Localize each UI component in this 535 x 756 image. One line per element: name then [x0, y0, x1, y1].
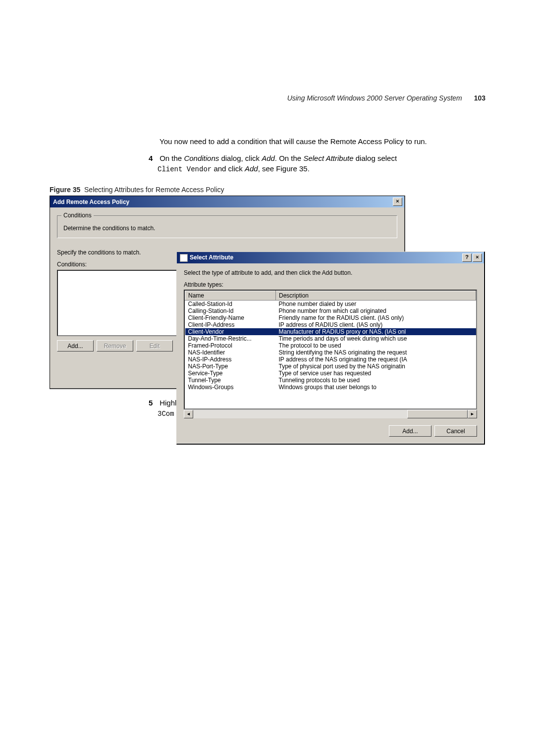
attr-name: Client-Vendor	[185, 328, 276, 335]
attr-name: Called-Station-Id	[185, 301, 276, 308]
edit-button: Edit	[136, 340, 173, 352]
step4-number: 4	[149, 153, 158, 163]
dialog1-titlebar[interactable]: Add Remote Access Policy ×	[50, 196, 404, 207]
cancel-button[interactable]: Cancel	[434, 425, 477, 437]
dialog2-titlebar[interactable]: Select Attribute ? ×	[177, 252, 484, 263]
attr-name: Client-IP-Address	[185, 321, 276, 328]
attribute-list[interactable]: Name Description Called-Station-IdPhone …	[184, 290, 477, 409]
attr-name: Tunnel-Type	[185, 377, 276, 384]
table-row[interactable]: Framed-ProtocolThe protocol to be used	[185, 342, 476, 349]
help-icon[interactable]: ?	[462, 253, 472, 262]
table-row[interactable]: Windows-GroupsWindows groups that user b…	[185, 384, 476, 391]
attr-desc: Type of physical port used by the NAS or…	[276, 363, 476, 370]
col-name[interactable]: Name	[185, 291, 276, 301]
dialog2-title: Select Attribute	[190, 254, 233, 261]
add-button[interactable]: Add...	[57, 340, 94, 352]
scroll-right-icon[interactable]: ►	[468, 410, 477, 418]
table-row[interactable]: Client-Friendly-NameFriendly name for th…	[185, 314, 476, 321]
attr-desc: Time periods and days of week during whi…	[276, 335, 476, 342]
attribute-types-label: Attribute types:	[184, 281, 477, 288]
table-row[interactable]: Day-And-Time-Restric...Time periods and …	[185, 335, 476, 342]
attribute-table: Name Description Called-Station-IdPhone …	[185, 291, 476, 391]
table-row[interactable]: Called-Station-IdPhone number dialed by …	[185, 301, 476, 308]
select-attribute-dialog: Select Attribute ? × Select the type of …	[176, 252, 485, 445]
app-icon	[180, 254, 188, 262]
dialog1-title: Add Remote Access Policy	[53, 199, 129, 205]
attr-name: NAS-Port-Type	[185, 363, 276, 370]
table-row[interactable]: Client-VendorManufacturer of RADIUS prox…	[185, 328, 476, 335]
attr-desc: Windows groups that user belongs to	[276, 384, 476, 391]
remove-button: Remove	[97, 340, 133, 352]
page-number: 103	[474, 94, 485, 102]
close-icon[interactable]: ×	[473, 253, 482, 262]
attr-name: Service-Type	[185, 370, 276, 377]
table-row[interactable]: NAS-IdentifierString identifying the NAS…	[185, 349, 476, 356]
attr-desc: String identifying the NAS originating t…	[276, 349, 476, 356]
attr-desc: Phone number from which call originated	[276, 307, 476, 314]
attr-desc: IP address of the NAS originating the re…	[276, 356, 476, 363]
attr-name: NAS-IP-Address	[185, 356, 276, 363]
table-row[interactable]: Calling-Station-IdPhone number from whic…	[185, 307, 476, 314]
attr-name: Client-Friendly-Name	[185, 314, 276, 321]
figure-caption: Figure 35 Selecting Attributes for Remot…	[50, 186, 485, 194]
add-button[interactable]: Add...	[389, 425, 431, 437]
attr-desc: Manufacturer of RADIUS proxy or NAS. (IA…	[276, 328, 476, 335]
conditions-listbox[interactable]	[57, 270, 185, 336]
table-row[interactable]: NAS-IP-AddressIP address of the NAS orig…	[185, 356, 476, 363]
attr-name: Framed-Protocol	[185, 342, 276, 349]
attr-desc: Phone number dialed by user	[276, 301, 476, 308]
col-description[interactable]: Description	[276, 291, 476, 301]
attr-name: Calling-Station-Id	[185, 307, 276, 314]
add-remote-access-policy-dialog: Add Remote Access Policy × Conditions De…	[50, 196, 405, 389]
attr-name: Day-And-Time-Restric...	[185, 335, 276, 342]
scroll-thumb[interactable]	[407, 410, 468, 418]
step5-number: 5	[149, 398, 158, 408]
figure-text: Selecting Attributes for Remote Access P…	[84, 186, 224, 194]
attr-desc: Type of service user has requested	[276, 370, 476, 377]
page-header: Using Microsoft Windows 2000 Server Oper…	[50, 94, 485, 102]
attr-name: Windows-Groups	[185, 384, 276, 391]
figure-label: Figure 35	[50, 186, 80, 194]
attr-desc: IP address of RADIUS client. (IAS only)	[276, 321, 476, 328]
table-row[interactable]: Client-IP-AddressIP address of RADIUS cl…	[185, 321, 476, 328]
conditions-groupbox: Conditions Determine the conditions to m…	[57, 215, 397, 238]
attr-desc: Friendly name for the RADIUS client. (IA…	[276, 314, 476, 321]
scroll-left-icon[interactable]: ◄	[184, 410, 193, 418]
close-icon[interactable]: ×	[393, 198, 402, 206]
attr-name: NAS-Identifier	[185, 349, 276, 356]
dialog2-desc: Select the type of attribute to add, and…	[184, 269, 477, 276]
header-title: Using Microsoft Windows 2000 Server Oper…	[287, 94, 462, 102]
table-row[interactable]: Tunnel-TypeTunneling protocols to be use…	[185, 377, 476, 384]
attr-desc: Tunneling protocols to be used	[276, 377, 476, 384]
attr-desc: The protocol to be used	[276, 342, 476, 349]
groupbox-desc: Determine the conditions to match.	[63, 225, 391, 232]
table-row[interactable]: Service-TypeType of service user has req…	[185, 370, 476, 377]
body-paragraph: You now need to add a condition that wil…	[160, 137, 485, 147]
table-row[interactable]: NAS-Port-TypeType of physical port used …	[185, 363, 476, 370]
step-4: 4 On the Conditions dialog, click Add. O…	[149, 153, 485, 174]
horizontal-scrollbar[interactable]: ◄ ►	[184, 409, 477, 418]
groupbox-legend: Conditions	[61, 212, 94, 219]
